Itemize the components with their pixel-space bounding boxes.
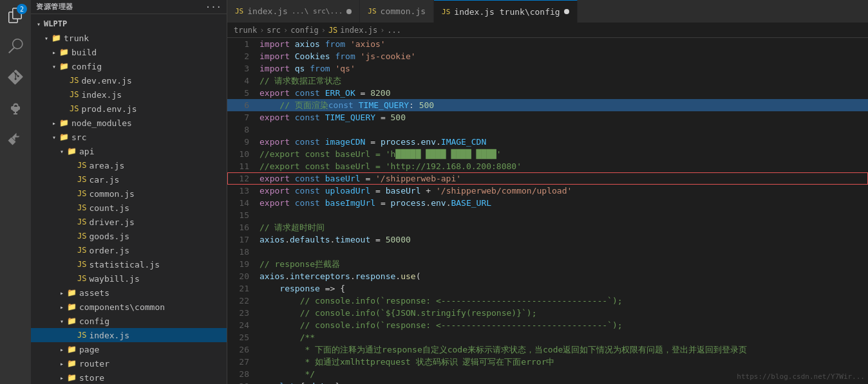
tree-item-src[interactable]: 📁 src — [31, 130, 227, 144]
tree-item-order[interactable]: JS order.js — [31, 243, 227, 257]
tree-label-router: router — [79, 359, 109, 369]
tree-item-api[interactable]: 📁 api — [31, 144, 227, 158]
tab-js-icon-2: JS — [368, 7, 376, 15]
breadcrumb-more: ... — [387, 26, 401, 35]
tree-label-goods: goods.js — [89, 232, 129, 241]
code-line-17: 17axios.defaults.timeout = 50000 — [227, 233, 868, 246]
breadcrumb-src: src — [267, 26, 281, 35]
sidebar-header: 资源管理器 ··· — [31, 0, 227, 14]
tree-item-index-active[interactable]: JS index.js — [31, 328, 227, 342]
tree-arrow-src-config — [57, 318, 67, 325]
tree-arrow-assets — [57, 289, 67, 297]
tree-arrow-trunk — [41, 35, 52, 42]
activity-debug[interactable] — [0, 93, 31, 123]
tree-label-src-config: config — [79, 316, 109, 326]
code-line-16: 16// 请求超时时间 — [227, 221, 868, 233]
tree-arrow-router — [57, 360, 67, 367]
tab-index-config[interactable]: JS index.js trunk\config — [434, 0, 578, 23]
js-icon-statistical: JS — [77, 260, 86, 269]
activity-search[interactable] — [0, 31, 31, 62]
folder-trunk-icon: 📁 — [52, 33, 61, 42]
activity-extensions[interactable] — [0, 123, 31, 154]
line-number-9: 9 — [227, 136, 259, 148]
line-content-14: export const baseImgUrl = process.env.BA… — [259, 197, 868, 209]
tab-index-src[interactable]: JS index.js ...\ src\... — [227, 0, 360, 23]
tree-item-src-config[interactable]: 📁 config — [31, 314, 227, 328]
tree-item-config[interactable]: 📁 config — [31, 59, 227, 73]
line-content-3: import qs from 'qs' — [259, 62, 868, 75]
git-badge: 2 — [17, 4, 27, 14]
tree-item-components-common[interactable]: 📁 components\common — [31, 300, 227, 314]
tab-common[interactable]: JS common.js — [360, 0, 434, 23]
tree-item-wlptp[interactable]: WLPTP — [31, 17, 227, 31]
folder-node-modules-icon: 📁 — [59, 118, 69, 127]
code-line-26: 26 * 下面的注释为通过response自定义code来标示请求状态，当cod… — [227, 343, 868, 356]
line-number-23: 23 — [227, 307, 259, 319]
folder-page-icon: 📁 — [67, 345, 77, 354]
code-line-7: 7export const TIME_QUERY = 500 — [227, 111, 868, 123]
sidebar-more-button[interactable]: ··· — [205, 2, 222, 12]
line-number-7: 7 — [227, 111, 259, 123]
tree-item-statistical[interactable]: JS statistical.js — [31, 257, 227, 271]
tree-item-count[interactable]: JS count.js — [31, 201, 227, 215]
tree-item-index-config[interactable]: JS index.js — [31, 87, 227, 102]
code-line-8: 8 — [227, 123, 868, 136]
tree-item-area[interactable]: JS area.js — [31, 158, 227, 172]
tree-label-config: config — [71, 62, 102, 71]
code-line-10: 10//export const baseUrl = 'h█████ ████ … — [227, 148, 868, 160]
folder-api-icon: 📁 — [67, 147, 77, 156]
tree-label-trunk: trunk — [64, 33, 89, 43]
folder-build-icon: 📁 — [59, 48, 69, 57]
tree-item-waybill[interactable]: JS waybill.js — [31, 271, 227, 286]
tree-label-dev-env: dev.env.js — [81, 76, 131, 86]
tree-item-build[interactable]: 📁 build — [31, 45, 227, 59]
code-line-29: 29 let { data } = response — [227, 380, 868, 384]
folder-src-config-icon: 📁 — [67, 316, 77, 325]
js-icon-driver: JS — [77, 217, 86, 226]
line-number-16: 16 — [227, 221, 259, 233]
code-line-22: 22 // console.info(`response: <---------… — [227, 295, 868, 307]
line-number-10: 10 — [227, 148, 259, 160]
js-icon-waybill: JS — [77, 274, 86, 283]
tree-item-common[interactable]: JS common.js — [31, 187, 227, 201]
tree-label-order: order.js — [89, 246, 129, 255]
tree-label-src: src — [71, 133, 86, 142]
tree-label-wlptp: WLPTP — [44, 19, 67, 28]
tree-item-router[interactable]: 📁 router — [31, 356, 227, 370]
line-number-12: 12 — [227, 172, 259, 185]
tree-item-car[interactable]: JS car.js — [31, 172, 227, 187]
line-number-1: 1 — [227, 38, 259, 50]
tree-item-page[interactable]: 📁 page — [31, 342, 227, 356]
tab-js-icon-3: JS — [442, 8, 450, 16]
js-icon-order: JS — [77, 246, 86, 255]
tree-item-driver[interactable]: JS driver.js — [31, 215, 227, 229]
line-number-3: 3 — [227, 62, 259, 75]
code-line-15: 15 — [227, 209, 868, 221]
sidebar-title: 资源管理器 — [36, 2, 73, 12]
tree-item-node-modules[interactable]: 📁 node_modules — [31, 116, 227, 130]
tree-label-index-config: index.js — [81, 90, 122, 100]
code-editor[interactable]: 1import axios from 'axios'2import Cookie… — [227, 38, 868, 384]
tree-arrow-node-modules — [49, 120, 59, 127]
line-content-10: //export const baseUrl = 'h█████ ████ ██… — [259, 148, 868, 160]
folder-comp-common-icon: 📁 — [67, 302, 77, 311]
tree-label-car: car.js — [89, 175, 119, 185]
activity-git[interactable] — [0, 62, 31, 93]
tree-label-statistical: statistical.js — [89, 260, 160, 270]
tree-item-assets[interactable]: 📁 assets — [31, 286, 227, 300]
tree-item-prod-env[interactable]: JS prod.env.js — [31, 102, 227, 116]
tree-arrow-page — [57, 346, 67, 353]
code-line-1: 1import axios from 'axios' — [227, 38, 868, 50]
activity-files[interactable]: 2 — [0, 0, 31, 31]
line-content-28: */ — [259, 368, 868, 380]
code-line-11: 11//export const baseUrl = 'http://192.1… — [227, 160, 868, 172]
line-content-5: export const ERR_OK = 8200 — [259, 87, 868, 99]
tree-item-store[interactable]: 📁 store — [31, 370, 227, 384]
code-line-21: 21 response => { — [227, 282, 868, 295]
tree-item-dev-env[interactable]: JS dev.env.js — [31, 73, 227, 87]
tree-item-trunk[interactable]: 📁 trunk — [31, 31, 227, 45]
tab-path-1: ...\ src\... — [292, 7, 343, 15]
tree-item-goods[interactable]: JS goods.js — [31, 229, 227, 243]
line-number-4: 4 — [227, 75, 259, 87]
line-number-13: 13 — [227, 185, 259, 197]
